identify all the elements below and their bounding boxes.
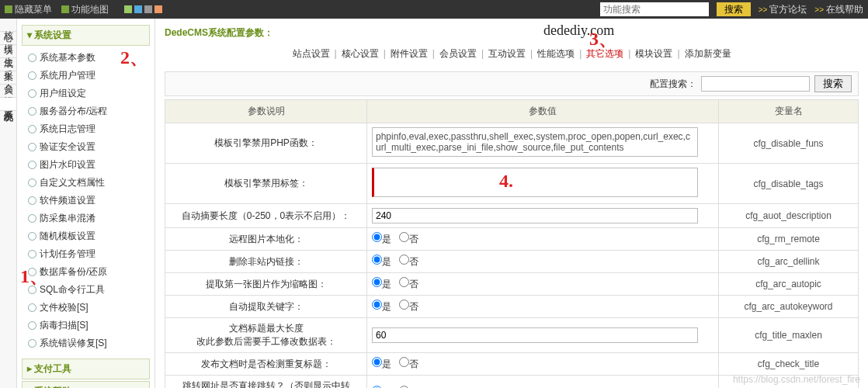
hide-menu-link[interactable]: 隐藏菜单 [5,3,52,16]
sidebar-link[interactable]: 用户组设定 [40,87,86,100]
config-radio-cfg_arc_autokeyword-是[interactable] [372,300,382,310]
sidebar-link[interactable]: 系统日志管理 [40,123,95,136]
config-desc: 删除非站内链接： [165,251,367,273]
sidebar-section-0[interactable]: 系统设置 [22,25,150,46]
sidebar-item-0-7[interactable]: 自定义文档属性 [28,174,150,192]
forum-link[interactable]: 官方论坛 [759,3,807,16]
theme-green-icon[interactable] [124,5,132,13]
config-radio-label[interactable]: 否 [399,301,418,312]
func-map-link[interactable]: 功能地图 [61,3,109,16]
sidebar-item-0-14[interactable]: 文件校验[S] [28,299,150,317]
sidebar-item-0-11[interactable]: 计划任务管理 [28,245,150,263]
sidebar-item-0-4[interactable]: 系统日志管理 [28,120,150,138]
th-val: 参数值 [367,100,719,123]
config-radio-label[interactable]: 是 [372,234,391,244]
config-radio-cfg_arc_autopic-否[interactable] [399,277,409,287]
sidebar-link[interactable]: 验证安全设置 [40,140,95,154]
config-radio-label[interactable]: 是 [372,359,391,369]
sidebar-link[interactable]: 软件频道设置 [40,194,95,207]
config-radio-cfg_check_title-否[interactable] [399,357,409,367]
theme-blue-icon[interactable] [134,5,142,13]
vtab-模板[interactable]: 模板 [0,85,16,98]
sidebar-link[interactable]: 服务器分布/远程 [40,105,107,118]
config-radio-cfg_check_title-是[interactable] [372,357,382,367]
sidebar-link[interactable]: 自定义文档属性 [40,176,105,189]
config-radio-label[interactable]: 否 [399,359,418,369]
func-map-icon [61,5,69,13]
sidebar-item-0-8[interactable]: 软件频道设置 [28,192,150,210]
config-textarea-cfg_disable_tags[interactable] [372,168,698,197]
tab-separator: | [675,48,681,59]
function-search-button[interactable]: 搜索 [717,2,751,16]
sidebar-link[interactable]: 计划任务管理 [40,248,95,261]
sidebar-item-0-9[interactable]: 防采集串混淆 [28,210,150,227]
sidebar-section-2[interactable]: 系统帮助 [22,381,150,388]
sidebar-item-0-16[interactable]: 系统错误修复[S] [28,334,150,352]
config-filter-input[interactable] [701,76,810,92]
config-radio-cfg_rm_remote-是[interactable] [372,232,382,242]
theme-color-picker[interactable] [124,5,162,13]
config-tab-row: 站点设置|核心设置|附件设置|会员设置|互动设置|性能选项|其它选项|模块设置|… [165,47,859,61]
config-radio-label[interactable]: 否 [399,256,418,267]
config-tab-7[interactable]: 模块设置 [632,48,675,59]
sidebar-link[interactable]: 随机模板设置 [40,230,95,243]
function-search-input[interactable] [600,2,709,16]
sidebar-item-0-2[interactable]: 用户组设定 [28,85,150,102]
theme-gray-icon[interactable] [144,5,152,13]
config-radio-cfg_rm_remote-否[interactable] [399,232,409,242]
sidebar-link[interactable]: SQL命令行工具 [40,283,105,296]
config-tab-3[interactable]: 会员设置 [436,48,480,59]
vtab-会员[interactable]: 会员 [0,71,16,85]
config-radio-cfg_arc_autokeyword-否[interactable] [399,300,409,310]
theme-orange-icon[interactable] [155,5,162,13]
config-input-cfg_auot_description[interactable] [372,208,698,223]
sidebar-link[interactable]: 图片水印设置 [40,158,95,171]
config-tab-0[interactable]: 站点设置 [290,48,333,59]
sidebar-item-0-6[interactable]: 图片水印设置 [28,156,150,174]
config-textarea-cfg_disable_funs[interactable] [372,127,698,157]
config-tab-5[interactable]: 性能选项 [534,48,578,59]
online-help-link[interactable]: 在线帮助 [814,3,863,16]
sidebar-link[interactable]: 系统错误修复[S] [40,337,107,350]
config-value-cell [367,123,719,164]
vtab-系统[interactable]: 系统 [0,98,16,111]
sidebar-link[interactable]: 防采集串混淆 [40,212,95,225]
config-value-cell: 是否 [367,376,719,389]
config-tab-1[interactable]: 核心设置 [339,48,382,59]
config-radio-cfg_arc_dellink-是[interactable] [372,255,382,265]
config-tab-4[interactable]: 互动设置 [485,48,529,59]
sidebar-link[interactable]: 系统用户管理 [40,69,95,82]
config-radio-cfg_arc_dellink-否[interactable] [399,255,409,265]
sidebar-item-0-13[interactable]: SQL命令行工具 [28,281,150,299]
vtab-核心[interactable]: 核心 [0,19,16,32]
config-radio-cfg_arc_autopic-是[interactable] [372,277,382,287]
config-radio-label[interactable]: 是 [372,301,391,312]
sidebar-link[interactable]: 数据库备份/还原 [40,265,107,279]
sidebar-item-0-1[interactable]: 系统用户管理 [28,67,150,85]
config-radio-label[interactable]: 否 [399,234,418,244]
sidebar-item-0-0[interactable]: 系统基本参数 [28,49,150,67]
sidebar-item-0-12[interactable]: 数据库备份/还原 [28,263,150,281]
sidebar-link[interactable]: 文件校验[S] [40,301,89,314]
config-tab-2[interactable]: 附件设置 [387,48,431,59]
sidebar-item-0-10[interactable]: 随机模板设置 [28,227,150,245]
config-tab-8[interactable]: 添加新变量 [682,48,734,59]
config-filter-button[interactable]: 搜索 [814,75,852,92]
sidebar-item-0-15[interactable]: 病毒扫描[S] [28,317,150,334]
vtab-模块[interactable]: 模块 [0,32,16,45]
sidebar-item-0-3[interactable]: 服务器分布/远程 [28,102,150,120]
vtab-生成[interactable]: 生成 [0,45,16,58]
config-varname: cfg_arc_autopic [719,273,859,296]
config-desc: 发布文档时是否检测重复标题： [165,353,367,376]
sidebar-link[interactable]: 系统基本参数 [40,51,95,64]
config-radio-label[interactable]: 是 [372,256,391,267]
sidebar-link[interactable]: 病毒扫描[S] [40,319,89,332]
config-row-cfg_disable_funs: 模板引擎禁用PHP函数：cfg_disable_funs [165,123,859,164]
config-input-cfg_title_maxlen[interactable] [372,327,698,343]
sidebar-section-1[interactable]: 支付工具 [22,359,150,379]
vtab-采集[interactable]: 采集 [0,58,16,71]
sidebar-item-0-5[interactable]: 验证安全设置 [28,138,150,156]
config-tab-6[interactable]: 其它选项 [583,48,627,59]
config-radio-label[interactable]: 否 [399,279,418,289]
config-radio-label[interactable]: 是 [372,279,391,289]
